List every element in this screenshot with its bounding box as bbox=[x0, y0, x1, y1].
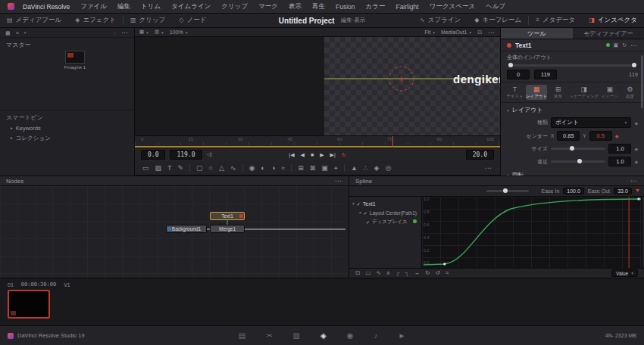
lock-icon[interactable]: ▣ bbox=[614, 42, 619, 48]
tool-tracker-icon[interactable]: ⌖ bbox=[334, 165, 338, 172]
slider-handle[interactable] bbox=[503, 188, 508, 193]
tab-modifiers[interactable]: モディファイアー bbox=[573, 28, 644, 39]
search-icon[interactable]: ◌ bbox=[113, 30, 116, 36]
loop-button[interactable]: ↻ bbox=[342, 152, 346, 157]
smartbin-item-keywords[interactable]: ▸ Keywords bbox=[0, 123, 134, 133]
viewer-source-control[interactable]: MediaOut1 ▾ bbox=[441, 30, 471, 35]
spline-graph[interactable]: 1.00.8 0.60.4 0.20.0 bbox=[421, 197, 642, 268]
spline-reverse-icon[interactable]: ↔ bbox=[414, 270, 420, 276]
color-page-icon[interactable]: ◉ bbox=[347, 332, 354, 340]
inspector-button[interactable]: ◨ インスペクタ bbox=[582, 14, 644, 27]
playhead-flag-icon[interactable]: ▼ bbox=[635, 188, 640, 193]
fairlight-page-icon[interactable]: ♪ bbox=[374, 332, 377, 340]
tool-crop-icon[interactable]: ▣ bbox=[321, 165, 328, 172]
nodes-button[interactable]: ◇ ノード bbox=[172, 14, 213, 27]
spline-zoom-box-icon[interactable]: ▭ bbox=[365, 270, 370, 276]
effects-button[interactable]: ◈ エフェクト bbox=[68, 14, 123, 27]
single-viewer-icon[interactable]: ▦ bbox=[139, 30, 144, 35]
tool-camera-3d-icon[interactable]: ◎ bbox=[385, 165, 391, 172]
spline-ping-pong-icon[interactable]: ↺ bbox=[436, 270, 440, 276]
edit-page-icon[interactable]: ▥ bbox=[293, 332, 300, 340]
tool-paint-icon[interactable]: ✎ bbox=[178, 165, 184, 172]
tool-text-plus-icon[interactable]: T bbox=[167, 165, 172, 172]
menu-davinci-resolve[interactable]: DaVinci Resolve bbox=[17, 3, 75, 11]
spline-button[interactable]: ∿ スプライン bbox=[413, 14, 467, 27]
bin-title[interactable]: マスター bbox=[0, 38, 134, 51]
menu-timeline[interactable]: タイムライン bbox=[166, 2, 216, 11]
keyframe-icon[interactable]: ◆ bbox=[634, 146, 638, 151]
collapse-arrow-icon[interactable]: ▾ bbox=[352, 201, 355, 206]
menu-workspace[interactable]: ワークスペース bbox=[424, 2, 481, 11]
metadata-button[interactable]: ≡ メタデータ bbox=[529, 14, 582, 27]
viewer-canvas[interactable]: dengiken bbox=[135, 37, 500, 136]
animation-curve[interactable] bbox=[422, 197, 642, 268]
spline-frame-all-icon[interactable]: ⊡ bbox=[355, 270, 360, 276]
layout-section-header[interactable]: ▾ レイアウト bbox=[501, 103, 644, 116]
keyframe-icon[interactable]: ◆ bbox=[634, 120, 638, 126]
tab-transform[interactable]: ⊞ 変形 bbox=[549, 85, 567, 100]
type-dropdown[interactable]: ポイント ▾ bbox=[551, 117, 631, 128]
tool-particles-icon[interactable]: ∴ bbox=[364, 165, 368, 172]
tool-background-icon[interactable]: ▭ bbox=[142, 165, 149, 172]
project-subtitle[interactable]: 編集·表示 bbox=[341, 17, 366, 24]
keyframe-icon[interactable]: ◆ bbox=[634, 159, 638, 164]
ease-out-field[interactable]: 33.0 bbox=[614, 188, 632, 194]
viewer-channel-control[interactable]: ▥ ▾ bbox=[155, 30, 164, 35]
spline-smooth-icon[interactable]: ∿ bbox=[376, 270, 380, 276]
tool-dissolve-icon[interactable]: ◐ bbox=[261, 165, 264, 172]
spline-linear-icon[interactable]: ∧ bbox=[386, 270, 391, 276]
tool-ellipse-mask-icon[interactable]: ○ bbox=[209, 165, 213, 172]
menu-clip[interactable]: クリップ bbox=[216, 2, 253, 11]
ease-slider[interactable] bbox=[486, 190, 529, 192]
slider-handle-in[interactable] bbox=[508, 63, 513, 67]
first-frame-button[interactable]: |◀ bbox=[289, 152, 294, 157]
enabled-indicator[interactable] bbox=[606, 43, 610, 47]
clip-thumbnail[interactable] bbox=[65, 51, 85, 64]
tool-merge-3d-icon[interactable]: ◈ bbox=[374, 165, 380, 172]
last-frame-button[interactable]: ▶| bbox=[330, 152, 336, 157]
toolbar-more-icon[interactable]: ⋯ bbox=[485, 164, 492, 172]
slider-handle[interactable] bbox=[577, 159, 582, 163]
keyframe-active-icon[interactable]: ◆ bbox=[615, 133, 619, 138]
zoom-control[interactable]: 100% ▾ bbox=[170, 30, 188, 35]
slider-handle-out[interactable] bbox=[632, 63, 636, 67]
tool-fastnoise-icon[interactable]: ▨ bbox=[155, 165, 162, 172]
global-in-out-slider[interactable] bbox=[508, 64, 636, 67]
tree-item-layout-center[interactable]: ▾ ✓ Layout Center(Path1) bbox=[352, 208, 421, 217]
range-in-field[interactable]: 0.0 bbox=[141, 150, 165, 160]
current-frame-field[interactable]: 20.0 bbox=[466, 150, 494, 160]
menu-playback[interactable]: 再生 bbox=[307, 2, 330, 11]
menu-fairlight[interactable]: Fairlight bbox=[390, 3, 424, 11]
perspective-field[interactable]: 1.0 bbox=[608, 157, 631, 166]
spline-step-out-icon[interactable]: ┐ bbox=[405, 270, 409, 276]
collapse-arrow-icon[interactable]: ▾ bbox=[359, 210, 361, 215]
size-field[interactable]: 1.0 bbox=[608, 144, 631, 154]
inspector-scrollbar[interactable] bbox=[641, 55, 643, 108]
menu-edit[interactable]: 編集 bbox=[112, 2, 136, 11]
more-options-icon[interactable]: ⋯ bbox=[121, 29, 129, 36]
center-x-field[interactable]: 0.85 bbox=[557, 131, 580, 141]
viewer-options-icon[interactable]: ⋯ bbox=[488, 29, 496, 36]
value-dropdown[interactable]: Value ▾ bbox=[611, 269, 638, 277]
tool-bspline-mask-icon[interactable]: ∿ bbox=[230, 165, 236, 172]
fusion-page-icon[interactable]: ◈ bbox=[320, 332, 327, 340]
tab-tools[interactable]: ツール bbox=[501, 28, 573, 39]
keyframes-button[interactable]: ◆ キーフレーム bbox=[467, 14, 528, 27]
spline-options-icon[interactable]: ⋯ bbox=[630, 177, 638, 185]
menu-trim[interactable]: トリム bbox=[136, 2, 166, 11]
media-pool-button[interactable]: ▤ メディアプール bbox=[0, 14, 68, 27]
stop-button[interactable]: ■ bbox=[311, 152, 314, 157]
tab-layout[interactable]: ▦ レイアウト bbox=[526, 85, 547, 100]
audio-mute-icon[interactable]: ◁) bbox=[207, 152, 212, 157]
rotation-section-header[interactable]: ▾ 回転 bbox=[501, 168, 644, 176]
step-back-button[interactable]: ◀ bbox=[301, 152, 305, 157]
center-y-field[interactable]: 0.5 bbox=[589, 131, 612, 141]
tool-blur-icon[interactable]: ≈ bbox=[281, 165, 285, 172]
tool-resize-icon[interactable]: ⊠ bbox=[310, 165, 316, 172]
overlay-toggle-icon[interactable]: ⊡ bbox=[477, 30, 482, 35]
tab-shading[interactable]: ◨ シェーディング bbox=[569, 85, 599, 100]
viewer-layout-control[interactable]: ▦ ▾ bbox=[139, 30, 148, 35]
spline-step-in-icon[interactable]: ┌ bbox=[395, 270, 399, 276]
clips-button[interactable]: ▥ クリップ bbox=[123, 14, 172, 27]
media-pool-clip[interactable]: Fmagine 1 bbox=[64, 51, 86, 70]
